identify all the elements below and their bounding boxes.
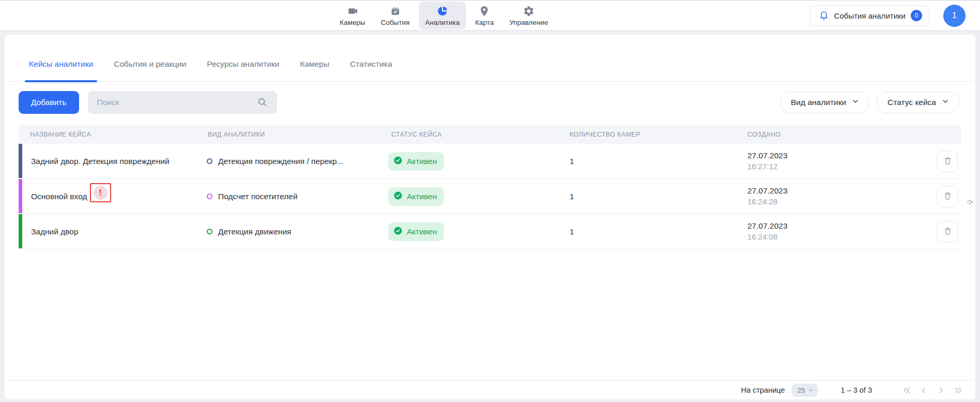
content-card: Кейсы аналитики События и реакции Ресурс… — [5, 35, 975, 399]
case-name: Основной вход — [31, 192, 87, 201]
delete-button[interactable] — [937, 186, 958, 207]
col-created: СОЗДАНО — [744, 131, 923, 138]
alert-highlight-box: ! — [90, 183, 111, 202]
double-chevron-right-icon — [953, 385, 963, 395]
created-time: 16:24:08 — [747, 232, 923, 242]
pagination-bar: На странице 25 1 – 3 of 3 — [5, 380, 975, 399]
table-row[interactable]: Задний двор. Детекция повреждений Детекц… — [19, 144, 961, 179]
per-page-label: На странице — [741, 386, 785, 394]
created-time: 16:27:12 — [747, 161, 923, 172]
first-page-button[interactable] — [902, 385, 912, 395]
trash-icon — [943, 191, 953, 202]
delete-button[interactable] — [937, 151, 958, 172]
case-color-stripe — [19, 179, 22, 213]
status-badge: Активен — [388, 222, 444, 241]
camera-count: 1 — [566, 157, 744, 166]
filter-case-status[interactable]: Статус кейса — [877, 92, 959, 113]
table-header: НАЗВАНИЕ КЕЙСА ВИД АНАЛИТИКИ СТАТУС КЕЙС… — [19, 125, 961, 144]
cases-table: НАЗВАНИЕ КЕЙСА ВИД АНАЛИТИКИ СТАТУС КЕЙС… — [19, 125, 961, 249]
col-case-status: СТАТУС КЕЙСА — [388, 131, 566, 138]
nav-label: События — [381, 19, 410, 26]
bell-icon — [819, 10, 829, 22]
exclamation-icon: ! — [94, 186, 108, 200]
analytics-type-icon — [207, 193, 212, 199]
events-button-label: События аналитики — [834, 11, 906, 20]
tab-statistics[interactable]: Статистика — [350, 59, 392, 81]
nav-item-management[interactable]: Управление — [503, 2, 554, 29]
status-badge: Активен — [388, 152, 444, 171]
nav-label: Управление — [509, 19, 548, 26]
tab-cameras[interactable]: Камеры — [300, 59, 329, 81]
tab-analytics-cases[interactable]: Кейсы аналитики — [29, 59, 93, 81]
col-analytics-type: ВИД АНАЛИТИКИ — [205, 131, 388, 138]
created-time: 16:24:28 — [747, 197, 923, 207]
chevron-down-icon — [808, 388, 814, 393]
nav-item-events[interactable]: События — [375, 2, 416, 29]
check-circle-icon — [393, 191, 403, 202]
analytics-icon — [436, 5, 448, 17]
double-chevron-left-icon — [902, 385, 912, 395]
analytics-type-icon — [207, 158, 212, 164]
filter-label: Статус кейса — [887, 98, 936, 107]
nav-label: Карта — [475, 19, 494, 26]
check-circle-icon — [393, 156, 403, 167]
created-date: 27.07.2023 — [747, 151, 923, 161]
case-color-stripe — [19, 214, 22, 248]
events-count-badge: 0 — [911, 10, 922, 21]
table-row[interactable]: Задний двор Детекция движения Активен 1 … — [19, 214, 961, 249]
avatar[interactable]: 1 — [943, 5, 966, 27]
add-button[interactable]: Добавить — [19, 91, 79, 114]
analytics-type-label: Подсчет посетителей — [218, 192, 298, 201]
camera-count: 1 — [566, 192, 744, 201]
nav-item-map[interactable]: Карта — [469, 2, 500, 29]
table-row[interactable]: Основной вход ! Подсчет посетителей Акти… — [19, 179, 961, 214]
status-label: Активен — [407, 192, 437, 201]
analytics-type-icon — [207, 229, 212, 234]
main-nav: Камеры События Аналитика — [333, 1, 554, 31]
tab-analytics-resources[interactable]: Ресурсы аналитики — [207, 59, 279, 81]
search-input[interactable] — [88, 91, 277, 114]
toolbar: Добавить Вид аналитики Статус кейса — [5, 82, 975, 114]
nav-item-analytics[interactable]: Аналитика — [419, 2, 466, 29]
nav-label: Аналитика — [425, 19, 460, 26]
status-badge: Активен — [388, 187, 444, 206]
nav-item-cameras[interactable]: Камеры — [333, 2, 371, 29]
chevron-right-icon — [936, 385, 946, 395]
created-cell: 27.07.2023 16:27:12 — [744, 151, 923, 171]
created-date: 27.07.2023 — [747, 186, 923, 196]
chevron-down-icon — [941, 97, 950, 108]
tab-events-reactions[interactable]: События и реакции — [114, 59, 186, 81]
map-pin-icon — [479, 5, 491, 17]
per-page-value: 25 — [798, 386, 805, 394]
check-circle-icon — [393, 226, 403, 237]
status-label: Активен — [407, 157, 437, 166]
created-cell: 27.07.2023 16:24:28 — [744, 186, 923, 206]
filter-analytics-type[interactable]: Вид аналитики — [780, 92, 869, 113]
per-page-select[interactable]: 25 — [792, 384, 818, 397]
case-name: Задний двор. Детекция повреждений — [31, 157, 170, 166]
col-case-name: НАЗВАНИЕ КЕЙСА — [19, 131, 205, 138]
events-icon — [389, 5, 401, 17]
case-name: Задний двор — [31, 227, 79, 236]
analytics-type-label: Детекция движения — [218, 227, 292, 236]
nav-label: Камеры — [340, 19, 365, 26]
prev-page-button[interactable] — [919, 385, 929, 395]
app-header: Камеры События Аналитика — [0, 1, 980, 31]
camera-count: 1 — [566, 227, 744, 236]
analytics-events-button[interactable]: События аналитики 0 — [810, 5, 930, 26]
delete-button[interactable] — [937, 221, 958, 243]
case-color-stripe — [19, 144, 22, 178]
created-date: 27.07.2023 — [747, 221, 923, 231]
filter-label: Вид аналитики — [791, 98, 846, 107]
analytics-type-label: Детекция повреждения / перекр... — [218, 157, 344, 166]
cursor-artifact — [966, 198, 974, 208]
page-range-label: 1 – 3 of 3 — [841, 386, 872, 394]
chevron-down-icon — [851, 97, 860, 108]
trash-icon — [943, 156, 953, 167]
next-page-button[interactable] — [936, 385, 946, 395]
trash-icon — [943, 226, 953, 237]
created-cell: 27.07.2023 16:24:08 — [744, 221, 923, 242]
search-icon — [257, 97, 268, 110]
last-page-button[interactable] — [953, 385, 963, 395]
chevron-left-icon — [919, 385, 929, 395]
